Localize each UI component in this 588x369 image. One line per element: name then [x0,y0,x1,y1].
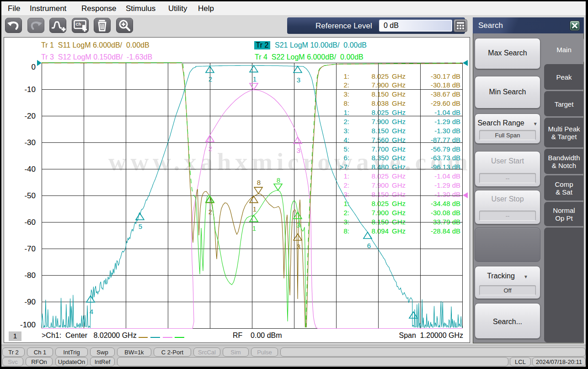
svg-text:8: 8 [277,176,280,184]
svg-text:6: 6 [367,242,371,250]
svg-text:3: 3 [297,76,300,84]
svg-text:1: 1 [253,75,257,83]
svg-text:1: 1 [252,224,256,232]
svg-text:2: 2 [208,208,212,216]
svg-text:2: 2 [208,75,212,83]
svg-text:1: 1 [253,205,257,213]
svg-text:5: 5 [139,222,142,230]
svg-text:4: 4 [90,308,93,315]
svg-text:3: 3 [297,147,300,154]
svg-text:2: 2 [208,145,212,152]
svg-text:3: 3 [297,243,300,250]
svg-text:8: 8 [257,179,261,186]
svg-text:3: 3 [296,221,300,229]
